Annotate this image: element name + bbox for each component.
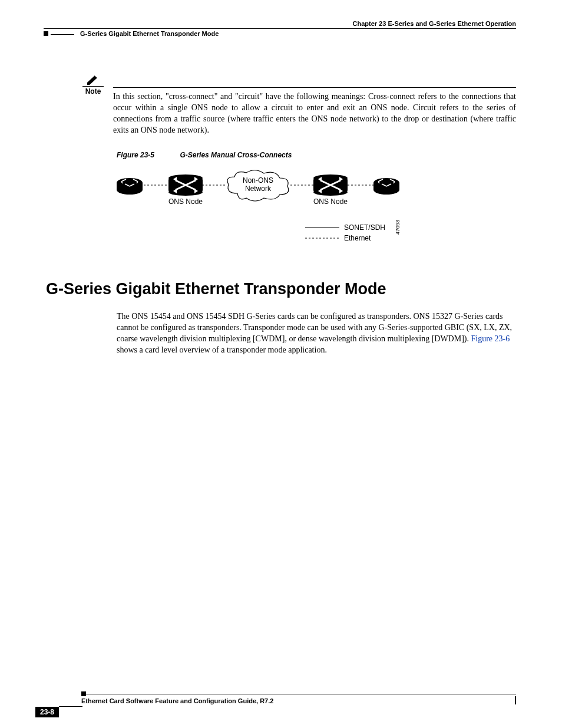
ons-node-icon	[313, 174, 348, 196]
note-text-column: In this section, "cross-connect" and "ci…	[113, 74, 516, 136]
header-short-rule	[51, 34, 74, 35]
cloud-label-1: Non-ONS	[243, 176, 273, 185]
note-underline	[82, 86, 104, 87]
legend-ethernet-label: Ethernet	[344, 234, 371, 242]
figure-number: Figure 23-5	[117, 151, 154, 159]
cloud-label-2: Network	[245, 185, 272, 193]
figure-legend: SONET/SDH Ethernet 47093	[305, 220, 401, 242]
footer-doc-title: Ethernet Card Software Feature and Confi…	[81, 697, 516, 704]
ons-node-icon	[168, 174, 203, 196]
pencil-icon	[87, 74, 100, 85]
page-header: Chapter 23 E-Series and G-Series Etherne…	[44, 20, 516, 37]
header-section-row: G-Series Gigabit Ethernet Transponder Mo…	[44, 30, 516, 37]
legend-sonet-label: SONET/SDH	[344, 223, 385, 232]
chapter-title: Chapter 23 E-Series and G-Series Etherne…	[44, 20, 516, 27]
svg-point-12	[313, 189, 348, 196]
figure-title: G-Series Manual Cross-Connects	[180, 151, 292, 159]
figure-caption: Figure 23-5 G-Series Manual Cross-Connec…	[117, 151, 292, 159]
header-square-icon	[44, 31, 48, 36]
ons-node-label-left: ONS Node	[168, 197, 203, 206]
body-paragraph: The ONS 15454 and ONS 15454 SDH G-Series…	[117, 311, 516, 356]
footer-line	[85, 694, 516, 694]
ons-node-label-right: ONS Node	[313, 197, 348, 206]
figure-id-label: 47093	[395, 220, 401, 235]
svg-point-8	[168, 174, 203, 182]
header-rule	[44, 28, 516, 29]
svg-point-9	[168, 189, 203, 196]
right-edge-mark	[515, 696, 516, 704]
page-footer: Ethernet Card Software Feature and Confi…	[35, 691, 516, 704]
section-title: G-Series Gigabit Ethernet Transponder Mo…	[80, 30, 219, 37]
note-body-text: In this section, "cross-connect" and "ci…	[113, 91, 516, 136]
footer-page-number-box: 23-8	[35, 706, 82, 717]
cloud-icon: Non-ONS Network	[227, 170, 289, 201]
note-label-column: Note	[82, 74, 104, 95]
paragraph-text-post: shows a card level overview of a transpo…	[117, 345, 327, 354]
note-top-rule	[113, 87, 516, 88]
figure-diagram: ONS Node Non-ONS Network ONS Node SONET/…	[117, 164, 423, 255]
footer-tail-rule	[59, 706, 82, 707]
footer-rule	[35, 691, 516, 696]
router-icon	[117, 178, 143, 195]
note-label: Note	[85, 87, 101, 95]
note-block: Note In this section, "cross-connect" an…	[82, 74, 516, 136]
router-icon	[373, 178, 399, 195]
svg-point-11	[313, 174, 348, 182]
figure-cross-reference-link[interactable]: Figure 23-6	[471, 334, 510, 343]
paragraph-text-pre: The ONS 15454 and ONS 15454 SDH G-Series…	[117, 312, 512, 343]
section-heading: G-Series Gigabit Ethernet Transponder Mo…	[46, 280, 386, 298]
page-number: 23-8	[35, 707, 59, 717]
